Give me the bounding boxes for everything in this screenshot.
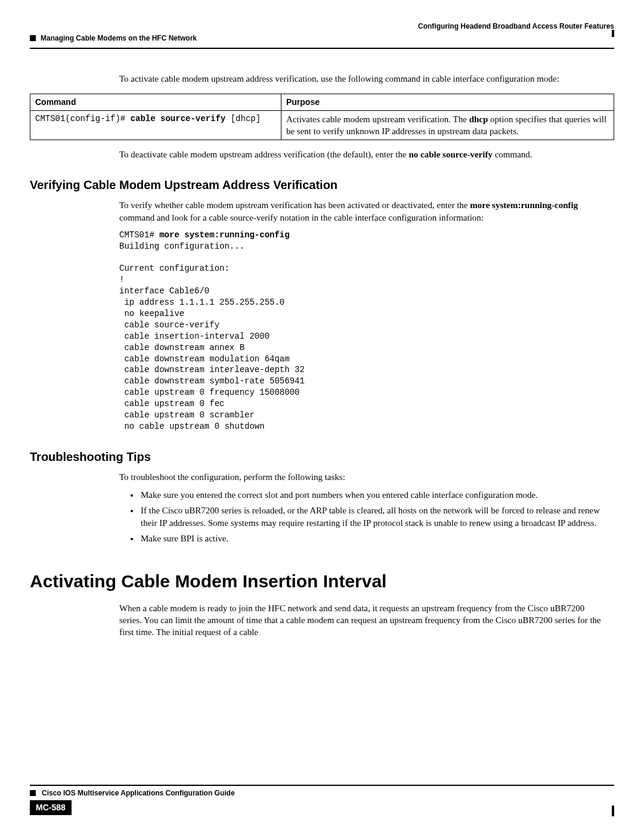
content-block: To deactivate cable modem upstream addre…: [119, 148, 608, 638]
purpose-text-b: dhcp: [469, 114, 488, 124]
cmd-prompt: CMTS01(config-if)#: [35, 114, 131, 123]
th-purpose: Purpose: [281, 94, 614, 110]
page-number: MC-588: [30, 800, 72, 815]
list-item: Make sure you entered the correct slot a…: [140, 489, 608, 501]
footer-rule: [30, 785, 614, 786]
intro-paragraph-1: To activate cable modem upstream address…: [119, 73, 608, 85]
footer-title: Cisco IOS Multiservice Applications Conf…: [42, 788, 235, 798]
code-block: CMTS01# more system:running-config Build…: [119, 230, 608, 432]
heading-troubleshooting: Troubleshooting Tips: [30, 449, 608, 465]
intro2-c: command.: [493, 150, 532, 159]
cmd-name: cable source-verify: [131, 114, 231, 123]
crop-mark-top-right: [612, 30, 614, 37]
code-command: more system:running-config: [159, 230, 289, 240]
activating-paragraph: When a cable modem is ready to join the …: [119, 602, 608, 639]
intro-paragraph-2: To deactivate cable modem upstream addre…: [119, 148, 608, 160]
table-row: CMTS01(config-if)# cable source-verify […: [30, 110, 614, 140]
command-table: Command Purpose CMTS01(config-if)# cable…: [30, 94, 614, 140]
running-header-left: Managing Cable Modems on the HFC Network: [41, 33, 197, 43]
intro2-a: To deactivate cable modem upstream addre…: [119, 150, 408, 159]
verify-c: command and look for a cable source-veri…: [119, 213, 484, 222]
footer-bullet-icon: [30, 790, 36, 796]
footer-row: Cisco IOS Multiservice Applications Conf…: [30, 788, 614, 798]
intro2-b: no cable source-verify: [408, 150, 493, 159]
code-body: Building configuration... Current config…: [119, 241, 305, 431]
heading-verify: Verifying Cable Modem Upstream Address V…: [30, 177, 608, 193]
cmd-arg: [dhcp]: [231, 114, 261, 123]
purpose-text-a: Activates cable modem upstream verificat…: [286, 114, 469, 124]
verify-paragraph: To verify whether cable modem upstream v…: [119, 199, 608, 224]
td-command: CMTS01(config-if)# cable source-verify […: [30, 110, 281, 140]
list-item: If the Cisco uBR7200 series is reloaded,…: [140, 504, 608, 529]
content-block: To activate cable modem upstream address…: [119, 73, 608, 85]
running-header-left-row: Managing Cable Modems on the HFC Network: [30, 33, 614, 43]
code-prompt: CMTS01#: [119, 230, 159, 240]
header-rule: [30, 48, 614, 49]
header-bullet-icon: [30, 35, 36, 41]
page-footer: Cisco IOS Multiservice Applications Conf…: [30, 785, 614, 815]
verify-b: more system:running-config: [470, 200, 578, 210]
troubleshoot-intro: To troubleshoot the configuration, perfo…: [119, 471, 608, 483]
crop-mark-bottom-right: [612, 806, 614, 816]
running-header-right: Configuring Headend Broadband Access Rou…: [30, 21, 614, 31]
heading-activating: Activating Cable Modem Insertion Interva…: [30, 569, 608, 594]
td-purpose: Activates cable modem upstream verificat…: [281, 110, 614, 140]
troubleshoot-list: Make sure you entered the correct slot a…: [140, 489, 608, 544]
verify-a: To verify whether cable modem upstream v…: [119, 200, 470, 210]
th-command: Command: [30, 94, 281, 110]
list-item: Make sure BPI is active.: [140, 532, 608, 544]
